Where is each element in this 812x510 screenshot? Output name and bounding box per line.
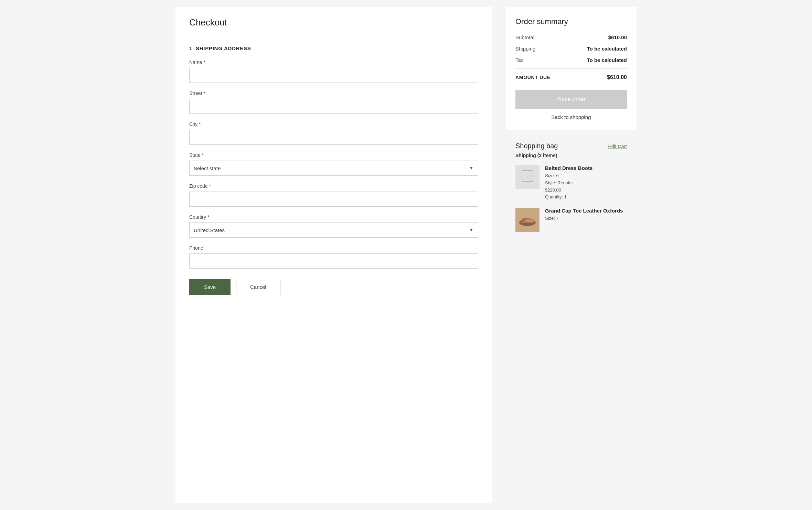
subtotal-row: Subtotal $610.00 [515, 34, 627, 40]
section-title: 1. SHIPPING ADDRESS [189, 45, 478, 51]
form-actions: Save Cancel [189, 279, 478, 295]
country-select-wrapper: United States Canada United Kingdom ▼ [189, 223, 478, 238]
cart-item-details-1: Belted Dress Boots Size: 6 Style: Regula… [545, 165, 627, 201]
cart-item-details-2: Grand Cap Toe Leather Oxfords Size: 7 [545, 208, 627, 232]
order-summary-title: Order summary [515, 17, 627, 26]
cancel-button[interactable]: Cancel [236, 279, 280, 295]
order-summary-card: Order summary Subtotal $610.00 Shipping … [506, 7, 637, 130]
city-label: City * [189, 121, 478, 127]
subtotal-label: Subtotal [515, 34, 534, 40]
cart-item: Grand Cap Toe Leather Oxfords Size: 7 [515, 208, 627, 232]
place-order-button[interactable]: Place order [515, 90, 627, 109]
image-placeholder-icon [521, 170, 534, 185]
street-field-group: Street * [189, 90, 478, 114]
shopping-bag-card: Shopping bag Edit Cart Shipping (2 items… [506, 132, 637, 249]
phone-input[interactable] [189, 253, 478, 269]
zip-label: Zip code * [189, 183, 478, 189]
subtotal-value: $610.00 [608, 34, 627, 40]
shipping-items-label: Shipping (2 items) [515, 153, 627, 158]
amount-due-value: $610.00 [607, 74, 627, 80]
tax-value: To be calculated [587, 57, 627, 63]
cart-item-name-1: Belted Dress Boots [545, 165, 627, 171]
state-label: State * [189, 152, 478, 158]
name-label: Name * [189, 59, 478, 65]
section-divider [189, 35, 478, 35]
state-select-wrapper: Select state Alabama Alaska Arizona Cali… [189, 161, 478, 176]
cart-item-name-2: Grand Cap Toe Leather Oxfords [545, 208, 627, 214]
cart-item-image-1 [515, 165, 539, 189]
zip-field-group: Zip code * [189, 183, 478, 207]
phone-field-group: Phone [189, 245, 478, 269]
save-button[interactable]: Save [189, 279, 231, 295]
street-input[interactable] [189, 99, 478, 114]
name-field-group: Name * [189, 59, 478, 83]
cart-item-meta-1: Size: 6 Style: Regular $220.00 Quantity:… [545, 172, 627, 201]
shipping-value: To be calculated [587, 46, 627, 52]
zip-input[interactable] [189, 192, 478, 207]
cart-item: Belted Dress Boots Size: 6 Style: Regula… [515, 165, 627, 201]
sidebar: Order summary Subtotal $610.00 Shipping … [506, 7, 637, 503]
cart-item-meta-2: Size: 7 [545, 215, 627, 222]
country-label: Country * [189, 214, 478, 220]
name-input[interactable] [189, 68, 478, 83]
cart-item-image-2 [515, 208, 539, 232]
state-select[interactable]: Select state Alabama Alaska Arizona Cali… [189, 161, 478, 176]
country-select[interactable]: United States Canada United Kingdom [189, 223, 478, 238]
tax-label: Tax [515, 57, 523, 63]
amount-due-row: AMOUNT DUE $610.00 [515, 74, 627, 80]
amount-due-label: AMOUNT DUE [515, 75, 551, 80]
city-input[interactable] [189, 130, 478, 145]
state-field-group: State * Select state Alabama Alaska Ariz… [189, 152, 478, 176]
summary-divider [515, 68, 627, 69]
shipping-row: Shipping To be calculated [515, 46, 627, 52]
shipping-label: Shipping [515, 46, 535, 52]
shopping-bag-title: Shopping bag [515, 142, 558, 150]
country-field-group: Country * United States Canada United Ki… [189, 214, 478, 238]
shopping-bag-header: Shopping bag Edit Cart [515, 142, 627, 150]
tax-row: Tax To be calculated [515, 57, 627, 63]
edit-cart-link[interactable]: Edit Cart [608, 144, 627, 149]
street-label: Street * [189, 90, 478, 96]
page-title: Checkout [189, 17, 478, 28]
phone-label: Phone [189, 245, 478, 251]
city-field-group: City * [189, 121, 478, 145]
back-to-shopping-link[interactable]: Back to shopping [515, 114, 627, 120]
